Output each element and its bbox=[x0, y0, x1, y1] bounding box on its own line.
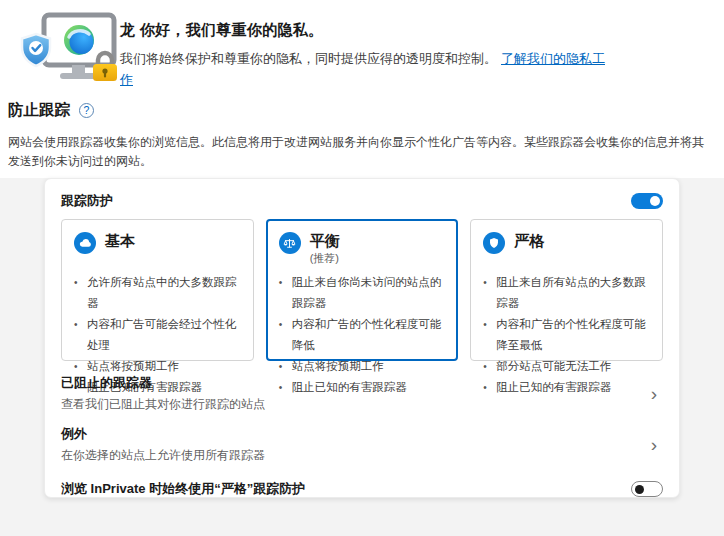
greeting-body: 我们将始终保护和尊重你的隐私，同时提供应得的透明度和控制。了解我们的隐私工作 bbox=[120, 48, 612, 91]
greeting-text: 我们将始终保护和尊重你的隐私，同时提供应得的透明度和控制。 bbox=[120, 51, 497, 66]
bullet-icon: • bbox=[279, 314, 292, 356]
inprivate-strict-label: 浏览 InPrivate 时始终使用“严格”跟踪防护 bbox=[61, 480, 305, 498]
recommended-badge: (推荐) bbox=[310, 251, 340, 266]
tracking-prevention-panel: 跟踪防护 基本 •允许所有站点中的大多数跟踪器 •内容和广告可能会经过个性化处理… bbox=[44, 178, 680, 498]
bullet-item: •内容和广告可能会经过个性化处理 bbox=[74, 314, 241, 356]
bullet-icon: • bbox=[279, 377, 292, 398]
bullet-text: 站点将按预期工作 bbox=[292, 356, 384, 377]
tracking-prevention-row: 跟踪防护 bbox=[61, 191, 663, 211]
level-bullets: •阻止来自你尚未访问的站点的跟踪器 •内容和广告的个性化程度可能降低 •站点将按… bbox=[279, 272, 446, 398]
bullet-icon: • bbox=[279, 272, 292, 314]
card-header: 平衡 (推荐) bbox=[279, 232, 446, 266]
level-name: 基本 bbox=[105, 232, 135, 251]
tracking-level-balanced[interactable]: 平衡 (推荐) •阻止来自你尚未访问的站点的跟踪器 •内容和广告的个性化程度可能… bbox=[266, 219, 459, 361]
exceptions-subtitle: 在你选择的站点上允许使用所有跟踪器 bbox=[61, 447, 265, 464]
greeting-title: 龙 你好，我们尊重你的隐私。 bbox=[120, 21, 612, 40]
exceptions-title: 例外 bbox=[61, 425, 265, 443]
bullet-text: 内容和广告的个性化程度可能降至最低 bbox=[496, 314, 650, 356]
level-name: 平衡 bbox=[310, 232, 340, 251]
greeting-block: 龙 你好，我们尊重你的隐私。 我们将始终保护和尊重你的隐私，同时提供应得的透明度… bbox=[120, 21, 612, 91]
section-title: 防止跟踪 bbox=[8, 100, 70, 121]
level-bullets: •阻止来自所有站点的大多数跟踪器 •内容和广告的个性化程度可能降至最低 •部分站… bbox=[483, 272, 650, 398]
bullet-item: •阻止已知的有害跟踪器 bbox=[279, 377, 446, 398]
tracking-level-basic[interactable]: 基本 •允许所有站点中的大多数跟踪器 •内容和广告可能会经过个性化处理 •站点将… bbox=[61, 219, 254, 361]
tracking-level-strict[interactable]: 严格 •阻止来自所有站点的大多数跟踪器 •内容和广告的个性化程度可能降至最低 •… bbox=[470, 219, 663, 361]
bullet-text: 阻止来自所有站点的大多数跟踪器 bbox=[496, 272, 650, 314]
bullet-item: •部分站点可能无法工作 bbox=[483, 356, 650, 377]
bullet-text: 内容和广告可能会经过个性化处理 bbox=[87, 314, 241, 356]
blocked-trackers-text: 已阻止的跟踪器 查看我们已阻止其对你进行跟踪的站点 bbox=[61, 374, 265, 413]
bullet-item: •内容和广告的个性化程度可能降低 bbox=[279, 314, 446, 356]
bullet-text: 阻止已知的有害跟踪器 bbox=[496, 377, 611, 398]
bullet-text: 阻止来自你尚未访问的站点的跟踪器 bbox=[292, 272, 446, 314]
inprivate-strict-toggle[interactable] bbox=[631, 481, 663, 497]
toggle-knob bbox=[650, 196, 660, 206]
bullet-item: •阻止来自你尚未访问的站点的跟踪器 bbox=[279, 272, 446, 314]
cloud-icon bbox=[74, 232, 96, 254]
tracking-prevention-label: 跟踪防护 bbox=[61, 192, 113, 210]
card-titles: 基本 bbox=[105, 232, 135, 266]
bullet-text: 部分站点可能无法工作 bbox=[496, 356, 611, 377]
card-header: 基本 bbox=[74, 232, 241, 266]
chevron-right-icon: › bbox=[651, 435, 663, 454]
exceptions-row[interactable]: 例外 在你选择的站点上允许使用所有跟踪器 › bbox=[61, 425, 663, 464]
bullet-item: •站点将按预期工作 bbox=[279, 356, 446, 377]
card-header: 严格 bbox=[483, 232, 650, 266]
chevron-right-icon: › bbox=[651, 384, 663, 403]
toggle-knob bbox=[635, 485, 644, 494]
bullet-item: •阻止已知的有害跟踪器 bbox=[483, 377, 650, 398]
privacy-illustration bbox=[14, 12, 120, 92]
bullet-icon: • bbox=[483, 377, 496, 398]
shield-icon bbox=[483, 232, 505, 254]
inprivate-strict-row: 浏览 InPrivate 时始终使用“严格”跟踪防护 bbox=[61, 480, 663, 498]
bullet-item: •内容和广告的个性化程度可能降至最低 bbox=[483, 314, 650, 356]
bullet-icon: • bbox=[483, 314, 496, 356]
card-titles: 平衡 (推荐) bbox=[310, 232, 340, 266]
bullet-icon: • bbox=[279, 356, 292, 377]
bullet-icon: • bbox=[74, 314, 87, 356]
bullet-icon: • bbox=[74, 272, 87, 314]
section-description: 网站会使用跟踪器收集你的浏览信息。此信息将用于改进网站服务并向你显示个性化广告等… bbox=[8, 133, 708, 172]
bullet-text: 内容和广告的个性化程度可能降低 bbox=[292, 314, 446, 356]
blocked-trackers-subtitle: 查看我们已阻止其对你进行跟踪的站点 bbox=[61, 396, 265, 413]
bullet-text: 允许所有站点中的大多数跟踪器 bbox=[87, 272, 241, 314]
edge-privacy-settings-page: 龙 你好，我们尊重你的隐私。 我们将始终保护和尊重你的隐私，同时提供应得的透明度… bbox=[0, 0, 724, 536]
bullet-item: •阻止来自所有站点的大多数跟踪器 bbox=[483, 272, 650, 314]
bullet-text: 阻止已知的有害跟踪器 bbox=[292, 377, 407, 398]
level-name: 严格 bbox=[514, 232, 544, 251]
card-titles: 严格 bbox=[514, 232, 544, 266]
edge-logo-icon bbox=[64, 25, 94, 55]
tracking-prevention-toggle[interactable] bbox=[631, 193, 663, 209]
scales-icon bbox=[279, 232, 301, 254]
exceptions-text: 例外 在你选择的站点上允许使用所有跟踪器 bbox=[61, 425, 265, 464]
tracking-section-header: 防止跟踪 ? bbox=[8, 100, 94, 121]
bullet-item: •允许所有站点中的大多数跟踪器 bbox=[74, 272, 241, 314]
blocked-trackers-title: 已阻止的跟踪器 bbox=[61, 374, 265, 392]
tracking-level-cards: 基本 •允许所有站点中的大多数跟踪器 •内容和广告可能会经过个性化处理 •站点将… bbox=[61, 219, 663, 361]
bullet-icon: • bbox=[483, 356, 496, 377]
help-icon[interactable]: ? bbox=[79, 103, 94, 118]
bullet-icon: • bbox=[483, 272, 496, 314]
